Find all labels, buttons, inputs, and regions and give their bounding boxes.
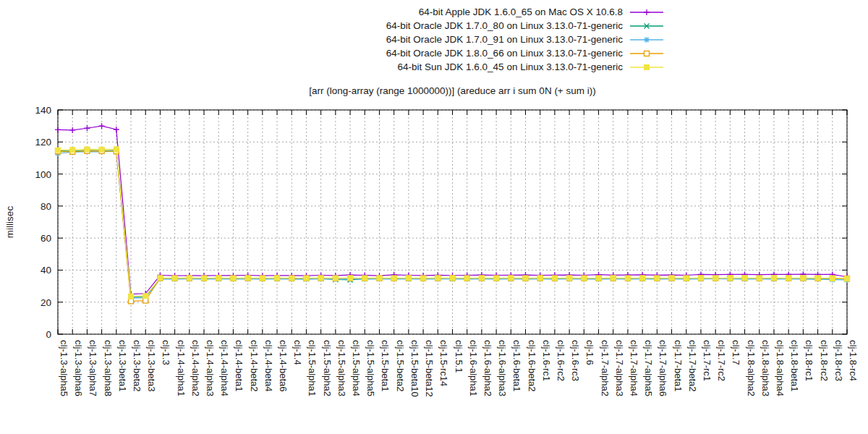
x-tick-labels: clj-1.3-alpha5clj-1.3-alpha6clj-1.3-alph…: [59, 340, 859, 397]
x-tick-label: clj-1.6-rc3: [570, 340, 581, 381]
x-tick-label: clj-1.4-beta4: [263, 340, 274, 392]
x-tick-label: clj-1.5-alpha5: [365, 340, 376, 396]
x-tick-label: clj-1.7-alpha4: [629, 340, 639, 396]
x-tick-label: clj-1.7-alpha6: [658, 340, 668, 396]
x-tick-label: clj-1.6-rc2: [556, 340, 566, 381]
y-tick-label: 120: [35, 137, 51, 148]
x-tick-label: clj-1.4: [292, 340, 303, 365]
x-tick-label: clj-1.7: [731, 340, 741, 365]
x-tick-label: clj-1.5-beta12: [424, 340, 435, 397]
series-line-1: [55, 123, 850, 297]
x-tick-label: clj-1.7-rc1: [702, 340, 712, 381]
y-axis-title: millisec: [4, 206, 15, 239]
x-tick-label: clj-1.8-beta1: [789, 340, 800, 392]
x-tick-label: clj-1.4-beta1: [234, 340, 244, 392]
x-tick-label: clj-1.3: [161, 340, 171, 365]
x-tick-label: clj-1.7-beta1: [673, 340, 684, 392]
x-tick-label: clj-1.3-alpha7: [88, 340, 98, 396]
x-tick-label: clj-1.6-alpha3: [497, 340, 508, 396]
x-tick-label: clj-1.4-alpha3: [205, 340, 216, 396]
x-tick-label: clj-1.5-beta2: [395, 340, 406, 392]
y-tick-label: 80: [41, 201, 51, 212]
x-tick-label: clj-1.6-beta1: [511, 340, 522, 392]
x-tick-label: clj-1.3-beta2: [132, 340, 142, 392]
y-tick-label: 40: [41, 265, 51, 276]
x-tick-label: clj-1.7-beta2: [687, 340, 698, 392]
x-tick-label: clj-1.6-beta2: [527, 340, 537, 392]
y-tick-label: 0: [46, 329, 51, 340]
y-tick-label: 100: [35, 169, 51, 180]
x-tick-label: clj-1.8-rc3: [833, 340, 844, 381]
x-tick-label: clj-1.6: [584, 340, 595, 365]
x-tick-label: clj-1.5-alpha3: [336, 340, 347, 396]
x-tick-label: clj-1.3-beta3: [146, 340, 157, 392]
x-tick-label: clj-1.5-rc14: [438, 340, 449, 386]
x-tick-label: clj-1.7-rc2: [716, 340, 727, 381]
grid-lines: [58, 110, 847, 334]
plot-area: 020406080100120140clj-1.3-alpha5clj-1.3-…: [0, 0, 868, 434]
x-tick-label: clj-1.6-alpha2: [482, 340, 493, 396]
x-tick-label: clj-1.4-beta2: [249, 340, 260, 392]
x-tick-label: clj-1.7-alpha3: [614, 340, 625, 396]
y-tick-label: 140: [35, 105, 51, 116]
x-tick-label: clj-1.8-rc1: [804, 340, 814, 381]
x-tick-label: clj-1.8-alpha2: [746, 340, 757, 396]
x-tick-label: clj-1.5-alpha4: [351, 340, 362, 396]
x-tick-label: clj-1.4-beta6: [278, 340, 289, 392]
x-tick-label: clj-1.4-alpha1: [176, 340, 187, 396]
x-tick-label: clj-1.5-alpha1: [307, 340, 318, 396]
x-tick-label: clj-1.3-alpha5: [59, 340, 69, 396]
x-tick-label: clj-1.8-alpha4: [775, 340, 786, 396]
x-tick-label: clj-1.8-alpha3: [760, 340, 771, 396]
x-tick-label: clj-1.7-alpha2: [600, 340, 610, 396]
x-tick-label: clj-1.6-rc1: [541, 340, 552, 381]
y-tick-labels: 020406080100120140: [35, 105, 51, 340]
x-tick-label: clj-1.3-alpha8: [103, 340, 114, 396]
y-axis-title-text: millisec: [4, 206, 15, 239]
y-tick-label: 60: [41, 233, 51, 244]
x-tick-label: clj-1.8-rc2: [819, 340, 830, 381]
y-tick-label: 20: [41, 297, 51, 308]
x-tick-label: clj-1.5-alpha2: [322, 340, 333, 396]
x-tick-label: clj-1.4-alpha2: [190, 340, 201, 396]
x-tick-label: clj-1.5-beta1: [380, 340, 391, 392]
x-tick-label: clj-1.5-beta10: [409, 340, 420, 397]
x-tick-label: clj-1.5.1: [454, 340, 464, 373]
x-tick-label: clj-1.6-alpha1: [468, 340, 479, 396]
x-tick-label: clj-1.3-beta1: [117, 340, 128, 392]
x-tick-label: clj-1.7-alpha5: [643, 340, 654, 396]
x-tick-label: clj-1.3-alpha6: [73, 340, 84, 396]
x-tick-label: clj-1.4-alpha4: [219, 340, 230, 396]
x-tick-label: clj-1.8-rc4: [848, 340, 859, 381]
gnuplot-benchmark-chart: 64-bit Apple JDK 1.6.0_65 on Mac OS X 10…: [0, 0, 868, 434]
